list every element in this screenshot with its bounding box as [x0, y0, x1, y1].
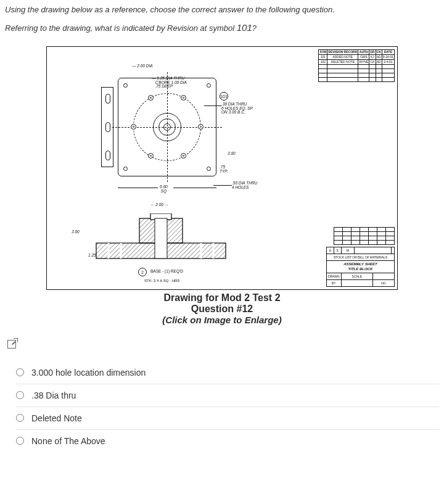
dim-3: 3.00 [228, 152, 236, 156]
plate-top-view [118, 78, 216, 176]
question-context: Using the drawing below as a reference, … [5, 4, 439, 17]
tb-cell: A [326, 247, 334, 254]
answer-options: 3.000 hole location dimension .38 Dia th… [5, 361, 439, 452]
drawing-container[interactable]: SYM REVISION RECORD AUTH DR CK DATE 101 … [46, 46, 398, 325]
annotation-cbore: — 1.25 DIA THRU C'BORE 1.00 DIA .75 DEEP [152, 76, 187, 89]
caption-line-3: (Click on Image to Enlarge) [46, 315, 398, 325]
rev-cell: AD [376, 59, 382, 64]
option-label: Deleted Note [31, 413, 82, 423]
mini-grid [334, 227, 395, 245]
rev-cell: KJ [369, 54, 376, 59]
tb-title-cell: ASSEMBLY SHEETTITLE BLOCK [326, 260, 394, 273]
tb-cell: SCALE [341, 273, 372, 279]
rev-hdr-record: REVISION RECORD [327, 49, 358, 54]
tb-cell: S [334, 247, 341, 254]
rev-hdr-auth: AUTH [358, 49, 369, 54]
rev-cell: 2-4-01 [382, 59, 394, 64]
tb-cell: DRAWN [326, 273, 341, 279]
option-radio-1[interactable] [16, 391, 24, 399]
dim-75typ: .75TYP. [220, 165, 228, 174]
svg-rect-4 [155, 218, 167, 258]
tb-title-2: TITLE BLOCK [348, 267, 373, 271]
tb-cell [391, 247, 394, 254]
tb-title-1: ASSEMBLY SHEET [343, 262, 377, 266]
rev-hdr-sym: SYM [319, 49, 327, 54]
tb-cell [354, 247, 391, 254]
enlarge-icon[interactable] [7, 340, 16, 349]
option-radio-3[interactable] [16, 437, 24, 445]
option-row[interactable]: 3.000 hole location dimension [16, 361, 439, 384]
rev-cell: WYNE [358, 59, 369, 64]
option-label: None of The Above [31, 436, 105, 446]
tb-cell: M [341, 247, 354, 254]
tb-cell: BY [326, 279, 341, 286]
rev-hdr-date: DATE [382, 49, 394, 54]
balloon-2: 2 [138, 268, 147, 276]
rev-cell: AD [376, 54, 382, 59]
tb-cell [372, 273, 394, 279]
rev-hdr-ck: CK [376, 49, 382, 54]
caption-line-1: Drawing for Mod 2 Test 2 [46, 292, 398, 304]
annotation-2dia: — 2.00 DIA [132, 64, 153, 68]
dim-6sq: 6.00 SQ [160, 185, 168, 194]
tb-cell: NO [372, 279, 394, 286]
elevation-view [84, 213, 238, 263]
stk-note: STK: 3 X 6 SQ - HRS [144, 279, 179, 283]
caption-line-2: Question #12 [46, 304, 398, 315]
option-row[interactable]: .38 Dia thru [16, 384, 439, 407]
dim-200: ← 2.00 → [150, 203, 168, 207]
rev-cell: 9-24-01 [382, 54, 394, 59]
question-suffix: ? [252, 23, 257, 33]
rev-cell: ADDED NOTE [327, 54, 358, 59]
dim-125: 1.25 [88, 254, 96, 258]
rev-cell: 102 [319, 59, 327, 64]
rev-cell: GMS [358, 54, 369, 59]
question-prefix: Referring to the drawing, what is indica… [5, 23, 237, 33]
drawing-frame: SYM REVISION RECORD AUTH DR CK DATE 101 … [46, 46, 398, 290]
question-symbol: 101 [237, 22, 252, 33]
title-block: ASM STOCK LIST OR BILL OF MATERIALS ASSE… [326, 247, 395, 287]
rev-cell: 101 [319, 54, 327, 59]
revision-block: SYM REVISION RECORD AUTH DR CK DATE 101 … [318, 49, 395, 82]
question-text: Referring to the drawing, what is indica… [5, 20, 439, 35]
option-radio-2[interactable] [16, 414, 24, 422]
option-row[interactable]: Deleted Note [16, 407, 439, 429]
option-radio-0[interactable] [16, 368, 24, 376]
option-label: 3.000 hole location dimension [31, 368, 146, 378]
tb-cell [341, 279, 372, 286]
option-row[interactable]: None of The Above [16, 429, 439, 452]
balloon-101: 101 [220, 92, 228, 101]
rev-cell: DELETED NOTE [327, 59, 358, 64]
tb-stock-row: STOCK LIST OR BILL OF MATERIALS [326, 254, 394, 260]
option-label: .38 Dia thru [31, 390, 76, 400]
base-note: BASE - (1) REQ'D [150, 270, 183, 274]
side-bracket [101, 87, 113, 167]
dim-300: 3.00 [72, 230, 80, 234]
annotation-38dia: .38 DIA THRU6 HOLES EQ. SP.ON 3.00 B.C. [221, 102, 253, 115]
rev-cell: CA [369, 59, 376, 64]
annotation-50dia: .50 DIA THRU4 HOLES [232, 181, 257, 190]
rev-hdr-dr: DR [369, 49, 376, 54]
